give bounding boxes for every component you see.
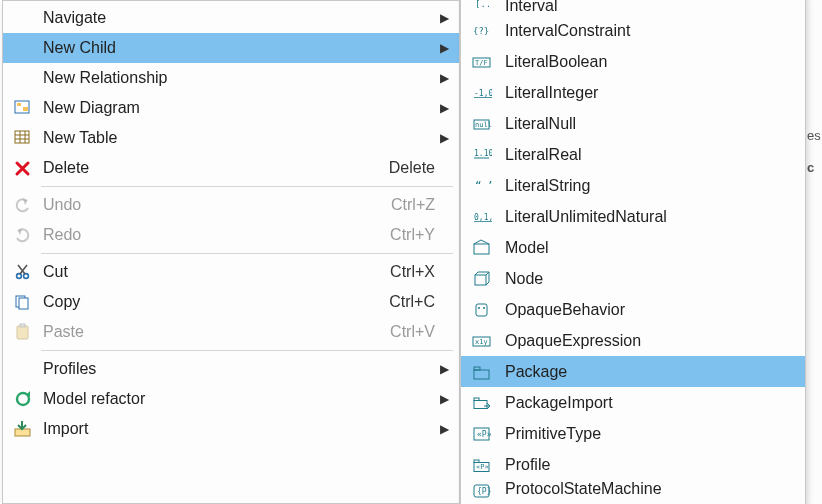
submenu-arrow-icon: ▶ [435,363,449,375]
package-icon [467,361,497,383]
svg-point-31 [483,307,485,309]
blank-icon [9,358,37,380]
copy-icon [9,291,37,313]
svg-text:{P}: {P} [477,487,491,496]
opaque-expression-icon: x1y [467,330,497,352]
menu-item-paste: PasteCtrl+V [3,317,459,347]
submenu-item-node[interactable]: Node [461,263,805,294]
submenu-item-profile[interactable]: «P»Profile [461,449,805,480]
svg-rect-3 [15,131,29,143]
redo-icon [9,224,37,246]
profile-icon: «P» [467,454,497,476]
submenu-item-literalstring[interactable]: “ ”LiteralString [461,170,805,201]
menu-item-new-diagram[interactable]: New Diagram▶ [3,93,459,123]
blank-icon [9,7,37,29]
submenu-item-literalinteger[interactable]: -1,0,LiteralInteger [461,77,805,108]
svg-text:T/F: T/F [475,59,488,67]
submenu-item-label: Profile [503,456,550,474]
submenu-arrow-icon: ▶ [435,42,449,54]
submenu-item-label: LiteralReal [503,146,581,164]
submenu-item-packageimport[interactable]: PackageImport [461,387,805,418]
model-icon [467,237,497,259]
submenu-item-model[interactable]: Model [461,232,805,263]
submenu-item-protocolstatemachine[interactable]: {P}ProtocolStateMachine [461,480,805,500]
menu-item-label: Navigate [43,9,106,27]
submenu-item-package[interactable]: Package [461,356,805,387]
cut-icon [9,261,37,283]
submenu-item-label: Model [503,239,549,257]
svg-text:{?}: {?} [473,26,489,36]
menu-item-label: New Relationship [43,69,168,87]
new-table-icon [9,127,37,149]
menu-item-profiles[interactable]: Profiles▶ [3,354,459,384]
bg-hint: es [805,120,822,152]
submenu-arrow-icon: ▶ [435,72,449,84]
menu-item-import[interactable]: Import▶ [3,414,459,444]
menu-item-redo: RedoCtrl+Y [3,220,459,250]
submenu-item-literalnull[interactable]: nullLiteralNull [461,108,805,139]
new-diagram-icon [9,97,37,119]
submenu-item-literalunlimitednatural[interactable]: 0,1,*LiteralUnlimitedNatural [461,201,805,232]
svg-rect-28 [475,275,486,285]
context-menu-workspace: es c Navigate▶New Child▶New Relationship… [0,0,822,504]
submenu-item-intervalconstraint[interactable]: {?}IntervalConstraint [461,15,805,46]
blank-icon [9,37,37,59]
literal-integer-icon: -1,0, [467,82,497,104]
submenu-item-opaquebehavior[interactable]: OpaqueBehavior [461,294,805,325]
svg-text:“ ”: “ ” [475,179,492,192]
menu-item-shortcut: Ctrl+Y [390,226,435,244]
menu-item-new-table[interactable]: New Table▶ [3,123,459,153]
submenu-item-primitivetype[interactable]: «P»PrimitiveType [461,418,805,449]
menu-item-label: New Table [43,129,117,147]
submenu-item-label: LiteralBoolean [503,53,607,71]
submenu-item-label: LiteralUnlimitedNatural [503,208,667,226]
submenu-arrow-icon: ▶ [435,132,449,144]
svg-text:x1y: x1y [475,338,488,346]
menu-item-model-refactor[interactable]: Model refactor▶ [3,384,459,414]
menu-item-label: Delete [43,159,89,177]
opaque-behavior-icon [467,299,497,321]
svg-rect-2 [23,107,28,111]
paste-icon [9,321,37,343]
literal-unlimited-icon: 0,1,* [467,206,497,228]
menu-item-label: Model refactor [43,390,145,408]
submenu-item-interval[interactable]: [..]Interval [461,0,805,15]
menu-item-label: Paste [43,323,84,341]
menu-item-label: Copy [43,293,80,311]
literal-real-icon: 1.10 [467,144,497,166]
submenu-item-label: PrimitiveType [503,425,601,443]
undo-icon [9,194,37,216]
background-panel-edge: es c [804,0,822,504]
svg-text:«P»: «P» [476,463,489,471]
menu-item-navigate[interactable]: Navigate▶ [3,3,459,33]
svg-rect-11 [19,298,28,309]
context-menu[interactable]: Navigate▶New Child▶New Relationship▶New … [2,0,460,504]
submenu-item-opaqueexpression[interactable]: x1yOpaqueExpression [461,325,805,356]
literal-null-icon: null [467,113,497,135]
submenu-item-label: Package [503,363,567,381]
new-child-submenu[interactable]: [..]Interval{?}IntervalConstraintT/FLite… [460,0,806,504]
menu-item-label: New Diagram [43,99,140,117]
menu-item-shortcut: Delete [389,159,435,177]
menu-separator [41,253,453,254]
menu-item-label: Profiles [43,360,96,378]
svg-text:«P»: «P» [477,430,492,439]
menu-item-cut[interactable]: CutCtrl+X [3,257,459,287]
svg-text:null: null [475,121,492,129]
menu-item-delete[interactable]: DeleteDelete [3,153,459,183]
submenu-item-literalreal[interactable]: 1.10LiteralReal [461,139,805,170]
menu-item-label: Redo [43,226,81,244]
interval-constraint-icon: {?} [467,20,497,42]
submenu-item-label: LiteralNull [503,115,576,133]
node-icon [467,268,497,290]
submenu-item-label: ProtocolStateMachine [503,480,662,498]
submenu-item-literalboolean[interactable]: T/FLiteralBoolean [461,46,805,77]
menu-item-label: New Child [43,39,116,57]
menu-item-new-relationship[interactable]: New Relationship▶ [3,63,459,93]
submenu-arrow-icon: ▶ [435,423,449,435]
menu-item-copy[interactable]: CopyCtrl+C [3,287,459,317]
menu-item-new-child[interactable]: New Child▶ [3,33,459,63]
svg-rect-37 [474,400,487,408]
svg-point-30 [478,307,480,309]
submenu-item-label: IntervalConstraint [503,22,630,40]
